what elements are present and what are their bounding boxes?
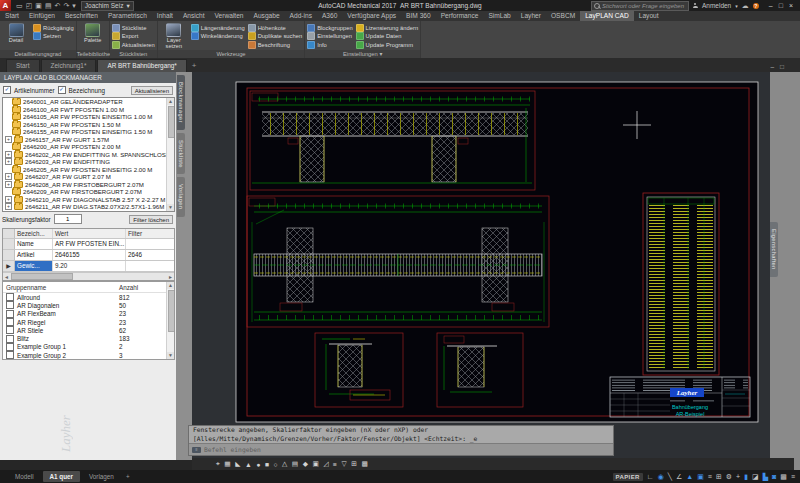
group-checkbox[interactable] xyxy=(6,335,14,343)
window-restore-icon[interactable]: □ xyxy=(779,2,783,9)
group-row[interactable]: AR Diagonalen50 xyxy=(3,301,174,309)
group-table[interactable]: GruppennameAnzahlAllround812AR Diagonale… xyxy=(2,281,175,360)
ribbon-tab-ausgabe[interactable]: Ausgabe xyxy=(249,11,285,21)
doc-tab-ar-brt-bahn-bergang[interactable]: AR BRT Bahnübergang* xyxy=(97,59,186,72)
r-ckg-ngig-button[interactable]: Rückgängig xyxy=(33,24,74,31)
layout-tab-a1-quer[interactable]: A1 quer xyxy=(43,471,80,482)
annotation-visibility-icon[interactable]: ▩ xyxy=(362,460,368,468)
expand-icon[interactable]: + xyxy=(5,203,12,210)
command-input[interactable]: ≡ Befehl eingeben xyxy=(189,443,613,455)
group-checkbox[interactable] xyxy=(6,318,14,326)
block-list-item[interactable]: 2646155_AR FW PFOSTEN EINSEITIG 1.50 M xyxy=(3,128,174,136)
ribbon-tab-beschriften[interactable]: Beschriften xyxy=(60,11,103,21)
ribbon-tab-add-ins[interactable]: Add-ins xyxy=(285,11,317,21)
winkel-nderung-button[interactable]: Winkeländerung xyxy=(191,33,245,40)
isolate-objects-icon[interactable]: ▩ xyxy=(780,471,787,482)
quick-properties-icon[interactable]: ▙ xyxy=(763,471,768,482)
expand-icon[interactable]: + xyxy=(5,151,12,158)
group-row[interactable]: AR FlexBeam23 xyxy=(3,310,174,318)
l-ngen-nderung-button[interactable]: Längenänderung xyxy=(191,24,245,31)
ucs-icon[interactable]: ∟ xyxy=(647,471,654,482)
selection-cycling-icon[interactable]: ▣ xyxy=(312,460,318,468)
group-checkbox[interactable] xyxy=(6,310,14,318)
expand-icon[interactable]: + xyxy=(5,196,12,203)
drawing-canvas[interactable]: Layher Bahnübergang AR-Beispiel xyxy=(192,72,770,470)
panel-label-einstellungen[interactable]: Einstellungen ▾ xyxy=(305,50,420,58)
scroll-right-icon[interactable]: ► xyxy=(168,274,173,280)
qat-save-icon[interactable]: ▣ xyxy=(35,0,42,11)
osnap-tracking-icon[interactable]: ○ xyxy=(273,461,277,468)
scroll-left-icon[interactable]: ◄ xyxy=(4,274,9,280)
paper-space-toggle[interactable]: PAPIER xyxy=(613,473,643,481)
scroll-down-icon[interactable]: ▼ xyxy=(167,204,174,211)
ribbon-tab-verf-gbare-apps[interactable]: Verfügbare Apps xyxy=(342,11,401,21)
panel-label-st-cklisten[interactable]: Stücklisten xyxy=(110,50,157,58)
block-list-item[interactable]: +2646157_AR FW GURT 1.57M xyxy=(3,136,174,144)
ribbon-tab-performance[interactable]: Performance xyxy=(436,11,484,21)
group-row[interactable]: Example Group 12 xyxy=(3,343,174,351)
st-ckliste-button[interactable]: Stückliste xyxy=(112,24,155,31)
grid-toggle-icon[interactable]: ◉ xyxy=(658,471,664,482)
row-selector[interactable] xyxy=(3,239,15,249)
block-list-item[interactable]: 2646205_AR FW PFOSTEN EINSEITIG 2.00 M xyxy=(3,166,174,174)
layout-tab-modell[interactable]: Modell xyxy=(8,471,41,482)
window-close-icon[interactable]: × xyxy=(789,2,793,9)
aktualisieren-button[interactable]: Aktualisieren xyxy=(131,86,173,95)
group-table-scrollbar[interactable]: ▲ ▼ xyxy=(166,282,174,359)
workspace-dropdown[interactable]: Joachim Seiz▾ xyxy=(81,1,134,11)
window-minimize-icon[interactable]: – xyxy=(769,2,773,9)
block-list-item[interactable]: +2646210_AR FW DIAGONALSTAB 2.57 X 2-2.2… xyxy=(3,196,174,204)
lizensierung-ndern-button[interactable]: Lizensierung ändern xyxy=(356,24,419,31)
ribbon-tab-parametrisch[interactable]: Parametrisch xyxy=(103,11,152,21)
ortho-mode-icon[interactable]: ▲ xyxy=(245,461,252,468)
grid-display-icon[interactable]: ◣ xyxy=(235,460,240,468)
3d-osnap-icon[interactable]: ◿ xyxy=(323,460,328,468)
group-checkbox[interactable] xyxy=(6,326,14,334)
export-button[interactable]: Export xyxy=(112,33,155,40)
blockgruppen-button[interactable]: Blockgruppen xyxy=(307,24,352,31)
block-list-item[interactable]: +2646202_AR FW ENDFITTING M. SPANNSCHLOS… xyxy=(3,151,174,159)
qat-new-icon[interactable]: ▭ xyxy=(16,0,23,11)
update-daten-button[interactable]: Update Daten xyxy=(356,33,419,40)
customization-menu-icon[interactable]: ≡ xyxy=(791,471,795,482)
qat-redo-icon[interactable]: ↷ xyxy=(63,0,69,11)
drawing-minimize-icon[interactable]: – xyxy=(770,63,774,70)
filter-loeschen-button[interactable]: Filter löschen xyxy=(129,215,173,224)
block-list-item[interactable]: +2646203_AR FW ENDFITTING xyxy=(3,158,174,166)
ribbon-tab-bim-360[interactable]: BIM 360 xyxy=(401,11,436,21)
group-checkbox[interactable] xyxy=(6,351,14,359)
isometric-drafting-icon[interactable]: ■ xyxy=(265,461,269,468)
layout-tab-vorlagen[interactable]: Vorlagen xyxy=(82,471,121,482)
block-list-item[interactable]: 2646100_AR FWT PFOSTEN 1.00 M xyxy=(3,106,174,114)
command-line-window[interactable]: Fensterecke angeben, Skalierfaktor einge… xyxy=(188,425,614,456)
ribbon-tab-layout[interactable]: Layout xyxy=(634,11,664,21)
aktualisieren-button[interactable]: Aktualisieren xyxy=(112,41,155,48)
workspace-switch-icon[interactable]: ⊞ xyxy=(716,471,722,482)
annotation-monitor-icon[interactable]: ▮ xyxy=(744,471,748,482)
tray-plus-icon[interactable]: + xyxy=(736,471,740,482)
ribbon-tab-osbcm[interactable]: OSBCM xyxy=(546,11,580,21)
palette-tab-blockmanager[interactable]: Blockmanager xyxy=(177,75,185,130)
block-list-item[interactable]: 2646150_AR FW PFOSTEN 1.50 M xyxy=(3,121,174,129)
block-list-item[interactable]: +2646207_AR FW GURT 2.07 M xyxy=(3,173,174,181)
filter-table[interactable]: Bezeich...WertFilterNameAR FW PFOSTEN EI… xyxy=(2,228,175,281)
ribbon-tab-einf-gen[interactable]: Einfügen xyxy=(24,11,60,21)
duplikate-suchen-button[interactable]: Duplikate suchen xyxy=(248,33,302,40)
block-list-item[interactable]: 2646200_AR FW PFOSTEN 2.00 M xyxy=(3,143,174,151)
qat-plot-icon[interactable]: ▤ xyxy=(45,0,52,11)
block-list-item[interactable]: +2646208_AR FW FIRSTOBERGURT 2.07M xyxy=(3,181,174,189)
block-list[interactable]: 2646001_AR GELÄNDERADAPTER2646100_AR FWT… xyxy=(2,97,175,212)
expand-icon[interactable]: + xyxy=(5,136,12,143)
new-layout-button[interactable]: + xyxy=(123,471,133,482)
ribbon-tab-simlab[interactable]: SimLab xyxy=(483,11,515,21)
group-checkbox[interactable] xyxy=(6,301,14,309)
group-row[interactable]: Example Group 23 xyxy=(3,351,174,359)
scroll-down-icon[interactable]: ▼ xyxy=(167,352,174,359)
snap-mode-icon[interactable]: ▦ xyxy=(224,460,230,468)
scroll-up-icon[interactable]: ▲ xyxy=(167,282,174,289)
graphics-performance-icon[interactable]: ◙ xyxy=(772,471,776,482)
help-icon[interactable]: ? xyxy=(753,3,759,9)
qat-undo-icon[interactable]: ↶ xyxy=(55,0,61,11)
polar-tracking-icon[interactable]: ● xyxy=(256,461,260,468)
detail-button[interactable]: Detail xyxy=(2,22,30,51)
